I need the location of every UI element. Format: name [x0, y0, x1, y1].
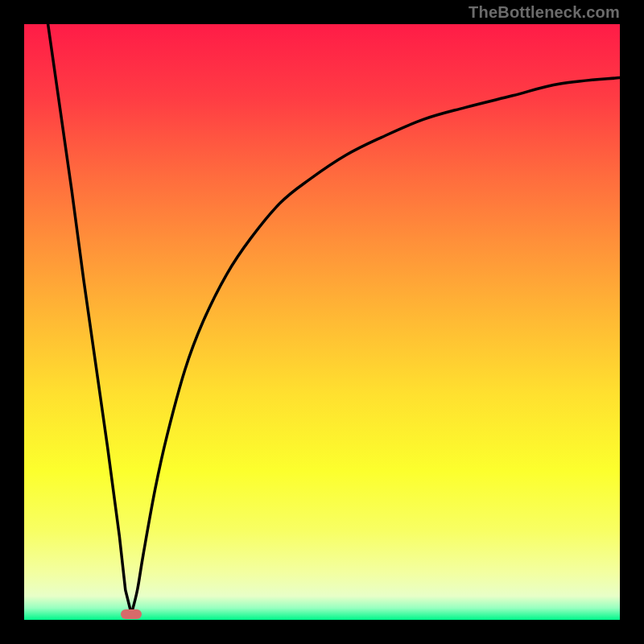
chart-frame: [0, 0, 644, 644]
watermark-text: TheBottleneck.com: [469, 3, 620, 22]
